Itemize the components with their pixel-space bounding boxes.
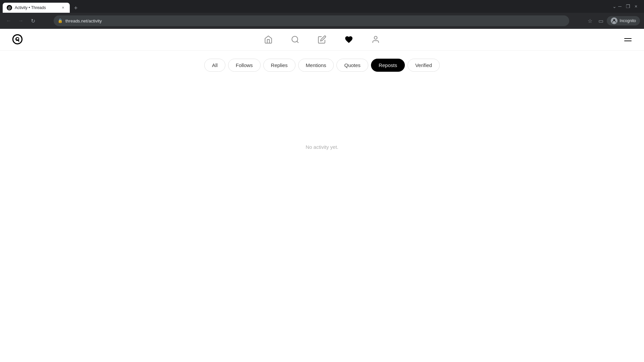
menu-line-1 — [624, 38, 632, 39]
address-text: threads.net/activity — [65, 18, 565, 23]
filter-tab-all[interactable]: All — [204, 59, 225, 72]
filter-tab-replies[interactable]: Replies — [263, 59, 296, 72]
incognito-icon — [611, 17, 618, 24]
menu-line-2 — [624, 41, 632, 41]
page-content: AllFollowsRepliesMentionsQuotesRepostsVe… — [0, 29, 644, 362]
incognito-label: Incognito — [620, 18, 636, 23]
filter-tabs: AllFollowsRepliesMentionsQuotesRepostsVe… — [204, 51, 440, 77]
minimize-button[interactable]: ─ — [617, 4, 623, 9]
lock-icon: 🔒 — [58, 18, 63, 23]
search-nav-button[interactable] — [290, 34, 301, 45]
menu-button[interactable] — [623, 34, 633, 45]
tab-title: Activity • Threads — [15, 5, 58, 10]
tab-close-button[interactable]: × — [60, 5, 66, 10]
svg-line-2 — [297, 41, 299, 43]
new-tab-button[interactable]: + — [71, 3, 80, 13]
forward-button[interactable]: → — [16, 16, 25, 25]
svg-point-1 — [292, 36, 298, 42]
threads-logo[interactable] — [11, 33, 24, 46]
profile-nav-button[interactable] — [370, 34, 381, 45]
empty-state-message: No activity yet. — [306, 144, 338, 150]
filter-tab-reposts[interactable]: Reposts — [371, 59, 405, 72]
nav-icons — [263, 34, 381, 45]
home-nav-button[interactable] — [263, 34, 274, 45]
browser-frame: @ Activity • Threads × + ⌄ ─ ❐ × ← → ↻ 🔒… — [0, 0, 644, 362]
title-bar: @ Activity • Threads × + ⌄ ─ ❐ × — [0, 0, 644, 13]
address-bar[interactable]: 🔒 threads.net/activity — [54, 15, 569, 26]
close-button[interactable]: × — [633, 4, 639, 9]
reload-button[interactable]: ↻ — [28, 16, 38, 25]
active-tab[interactable]: @ Activity • Threads × — [3, 3, 70, 13]
window-controls: ─ ❐ × — [617, 4, 641, 9]
back-button[interactable]: ← — [4, 16, 13, 25]
tab-bar: @ Activity • Threads × + — [3, 0, 612, 13]
filter-tab-mentions[interactable]: Mentions — [298, 59, 334, 72]
bookmark-button[interactable]: ☆ — [585, 16, 595, 25]
cast-button[interactable]: ▭ — [596, 16, 605, 25]
compose-nav-button[interactable] — [317, 34, 327, 45]
svg-point-3 — [374, 36, 377, 39]
maximize-button[interactable]: ❐ — [625, 4, 631, 9]
incognito-badge[interactable]: Incognito — [607, 16, 640, 25]
omnibar: ← → ↻ 🔒 threads.net/activity ☆ ▭ Incogni… — [0, 13, 644, 29]
filter-tab-follows[interactable]: Follows — [228, 59, 261, 72]
tab-dropdown-button[interactable]: ⌄ — [612, 4, 617, 9]
tab-favicon: @ — [7, 5, 12, 10]
filter-tab-quotes[interactable]: Quotes — [336, 59, 368, 72]
omnibar-actions: ☆ ▭ Incognito — [585, 16, 640, 25]
empty-state: No activity yet. — [306, 144, 338, 150]
top-nav — [0, 29, 644, 51]
filter-tab-verified[interactable]: Verified — [408, 59, 440, 72]
activity-nav-button[interactable] — [343, 34, 354, 45]
